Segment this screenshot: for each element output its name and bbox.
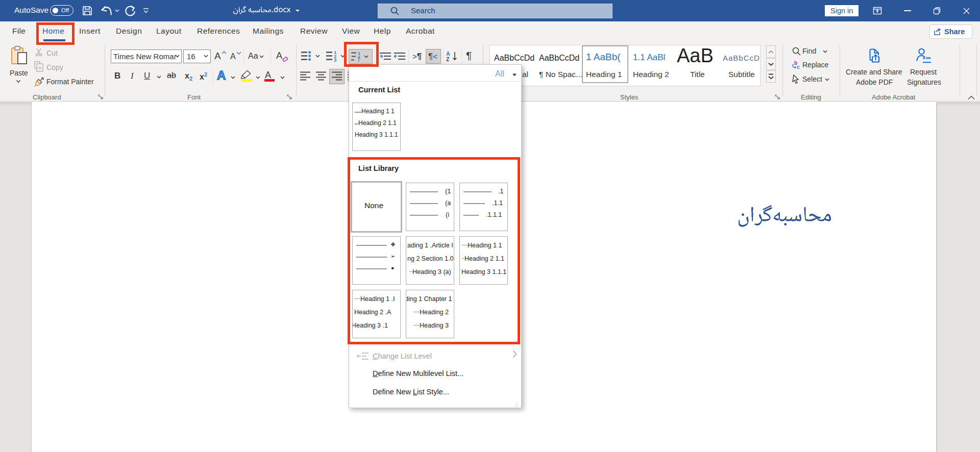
svg-text:3: 3 (334, 57, 336, 62)
svg-text:c: c (797, 64, 800, 70)
svg-text:Z: Z (446, 56, 450, 62)
